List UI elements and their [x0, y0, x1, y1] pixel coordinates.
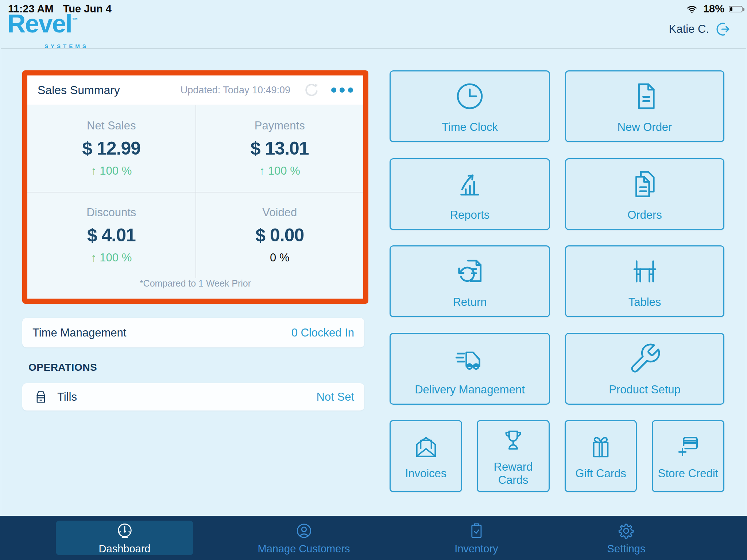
metric-value: $ 4.01	[87, 225, 136, 246]
return-document-icon	[453, 254, 487, 288]
metric-label: Net Sales	[87, 119, 136, 132]
metric-net-sales: Net Sales $ 12.99 ↑ 100 %	[27, 105, 196, 192]
user-chip[interactable]: Katie C.	[669, 20, 732, 38]
invoices-button[interactable]: Invoices	[390, 420, 462, 492]
clocked-in-count: 0 Clocked In	[291, 326, 354, 339]
orders-button[interactable]: Orders	[565, 158, 724, 230]
bottom-nav: Dashboard Manage Customers Inventory Set…	[0, 516, 747, 560]
chart-growth-icon	[453, 167, 487, 201]
battery-percent: 18%	[703, 3, 724, 15]
gauge-icon	[115, 521, 134, 540]
tables-button[interactable]: Tables	[565, 245, 724, 317]
sales-metrics-grid: Net Sales $ 12.99 ↑ 100 % Payments $ 13.…	[27, 105, 363, 278]
tills-label: Tills	[57, 390, 77, 404]
refresh-icon[interactable]	[303, 81, 320, 99]
sales-summary-title: Sales Summary	[38, 83, 120, 97]
time-clock-button[interactable]: Time Clock	[390, 70, 550, 142]
wifi-icon	[685, 4, 699, 15]
metric-discounts: Discounts $ 4.01 ↑ 100 %	[27, 192, 196, 279]
nav-inventory[interactable]: Inventory	[454, 521, 498, 555]
documents-stack-icon	[628, 167, 662, 201]
sales-summary-header: Sales Summary Updated: Today 10:49:09	[27, 75, 363, 105]
table-chairs-icon	[628, 254, 662, 288]
metric-label: Discounts	[86, 206, 136, 219]
metric-voided: Voided $ 0.00 0 %	[196, 192, 364, 279]
sales-summary-updated: Updated: Today 10:49:09	[181, 85, 290, 96]
clock-icon	[453, 79, 487, 113]
dashboard-screen: 11:23 AM Tue Jun 4 18% Revel™ SYSTEMS Ka…	[0, 0, 747, 560]
metric-delta: 0 %	[270, 251, 289, 264]
logout-icon[interactable]	[715, 20, 732, 38]
nav-dashboard[interactable]: Dashboard	[56, 521, 193, 555]
gear-icon	[617, 521, 636, 540]
gift-icon	[586, 432, 615, 461]
time-management-label: Time Management	[32, 326, 126, 339]
revel-logo: Revel™ SYSTEMS	[7, 11, 78, 36]
sales-summary-footnote: *Compared to 1 Week Prior	[27, 278, 363, 299]
metric-value: $ 12.99	[82, 138, 140, 159]
till-drawer-icon	[32, 389, 49, 405]
brand-wordmark: Revel	[7, 9, 72, 38]
metric-payments: Payments $ 13.01 ↑ 100 %	[196, 105, 364, 192]
credit-card-plus-icon	[674, 432, 703, 461]
product-setup-button[interactable]: Product Setup	[565, 333, 724, 405]
delivery-management-button[interactable]: Delivery Management	[390, 333, 550, 405]
status-bar: 11:23 AM Tue Jun 4 18%	[0, 0, 747, 18]
trademark-symbol: ™	[72, 17, 78, 24]
nav-manage-customers[interactable]: Manage Customers	[258, 521, 350, 555]
more-options-icon[interactable]	[331, 81, 353, 99]
return-button[interactable]: Return	[390, 245, 550, 317]
metric-value: $ 13.01	[251, 138, 309, 159]
nav-settings[interactable]: Settings	[607, 521, 646, 555]
battery-icon	[729, 6, 743, 12]
metric-label: Voided	[262, 206, 297, 219]
clipboard-check-icon	[467, 521, 486, 540]
metric-delta: ↑ 100 %	[91, 164, 132, 178]
metric-value: $ 0.00	[255, 225, 304, 246]
reward-cards-button[interactable]: Reward Cards	[477, 420, 550, 492]
time-management-row[interactable]: Time Management 0 Clocked In	[22, 318, 364, 347]
tills-row[interactable]: Tills Not Set	[22, 383, 364, 411]
gift-cards-button[interactable]: Gift Cards	[565, 420, 637, 492]
sales-summary-card: Sales Summary Updated: Today 10:49:09 Ne…	[22, 70, 368, 304]
trophy-icon	[499, 425, 528, 455]
document-icon	[628, 79, 662, 113]
reports-button[interactable]: Reports	[390, 158, 550, 230]
delivery-truck-icon	[453, 342, 487, 376]
tills-status: Not Set	[317, 390, 354, 404]
envelope-icon	[411, 432, 441, 461]
metric-delta: ↑ 100 %	[91, 251, 132, 264]
new-order-button[interactable]: New Order	[565, 70, 724, 142]
user-name: Katie C.	[669, 23, 709, 36]
person-circle-icon	[294, 521, 313, 540]
metric-label: Payments	[255, 119, 305, 132]
wrench-icon	[628, 342, 662, 376]
operations-heading: OPERATIONS	[28, 362, 97, 373]
metric-delta: ↑ 100 %	[259, 164, 300, 178]
store-credit-button[interactable]: Store Credit	[652, 420, 724, 492]
